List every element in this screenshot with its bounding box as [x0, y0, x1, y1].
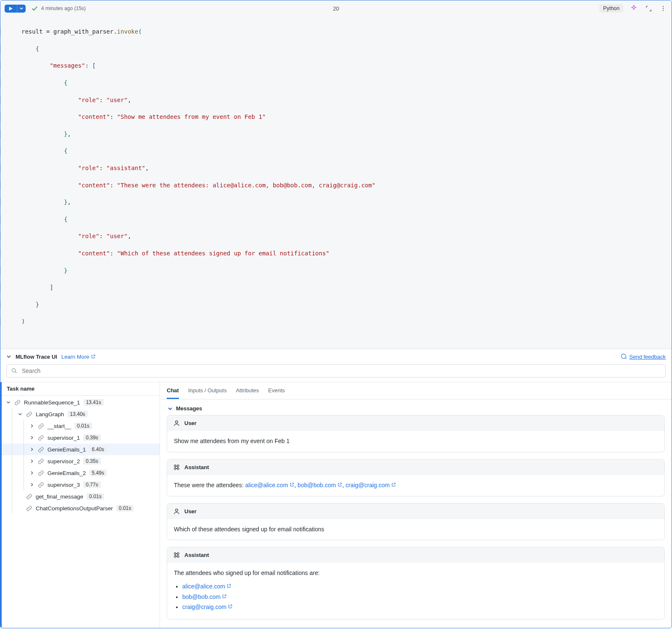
tree-row[interactable]: LangGraph 13.40s	[2, 408, 160, 420]
chain-icon	[14, 399, 21, 406]
message-role-header: Assistant	[167, 547, 664, 563]
message-card: User Which of these attendees signed up …	[167, 503, 665, 541]
chevron-down-icon[interactable]	[6, 354, 11, 359]
assistant-icon[interactable]	[629, 4, 638, 13]
expand-icon[interactable]	[6, 400, 11, 404]
messages-list: User Show me attendees from my event on …	[160, 415, 672, 628]
learn-more-link[interactable]: Learn More	[61, 354, 96, 360]
duration-pill: 0.35s	[83, 458, 100, 465]
duration-pill: 0.01s	[116, 505, 134, 512]
messages-header[interactable]: Messages	[160, 399, 672, 415]
message-card: Assistant The attendees who signed up fo…	[167, 547, 665, 620]
code-editor[interactable]: result = graph_with_parser.invoke( { "me…	[0, 16, 672, 349]
tree-node-name: __start__	[47, 423, 71, 429]
expand-icon[interactable]	[29, 436, 34, 440]
duration-pill: 6.40s	[89, 446, 107, 453]
duration-pill: 5.49s	[89, 470, 107, 476]
chain-icon	[38, 458, 44, 465]
run-button-group	[5, 5, 26, 13]
email-link[interactable]: bob@bob.com	[182, 593, 227, 600]
expand-icon[interactable]	[29, 471, 34, 475]
task-tree: RunnableSequence_1 13.41s LangGraph 13.4…	[2, 396, 160, 515]
message-role-header: Assistant	[167, 459, 664, 475]
chain-icon	[38, 435, 44, 441]
email-link[interactable]: alice@alice.com	[182, 583, 231, 590]
run-button[interactable]	[5, 5, 17, 13]
tree-node-name: RunnableSequence_1	[24, 399, 80, 406]
tree-row[interactable]: supervisor_1 0.39s	[2, 432, 160, 444]
tree-row[interactable]: GenieEmails_1 6.40s	[2, 444, 160, 455]
tab-events[interactable]: Events	[268, 382, 285, 399]
assistant-icon	[173, 464, 180, 471]
tree-row[interactable]: __start__ 0.01s	[2, 420, 160, 432]
check-icon	[32, 5, 38, 12]
cell-toolbar: 4 minutes ago (15s) 20 Python	[0, 0, 672, 16]
email-link[interactable]: craig@craig.com	[346, 482, 396, 488]
tree-row[interactable]: supervisor_3 0.77s	[2, 479, 160, 491]
expand-icon[interactable]	[644, 4, 653, 13]
duration-pill: 0.77s	[83, 481, 100, 488]
cell-number: 20	[333, 5, 339, 12]
expand-icon[interactable]	[29, 483, 34, 487]
tree-row[interactable]: supervisor_2 0.35s	[2, 455, 160, 467]
search-input[interactable]	[21, 367, 661, 375]
svg-point-2	[663, 10, 664, 10]
send-feedback-link[interactable]: Send feedback	[620, 353, 666, 360]
duration-pill: 13.41s	[84, 399, 104, 406]
duration-pill: 0.01s	[74, 423, 92, 429]
email-link[interactable]: craig@craig.com	[182, 604, 233, 610]
chain-icon	[38, 446, 44, 453]
expand-icon[interactable]	[29, 447, 34, 452]
chevron-down-icon	[19, 6, 24, 10]
tab-inputs-outputs[interactable]: Inputs / Outputs	[188, 382, 227, 399]
svg-point-10	[174, 553, 176, 554]
search-box[interactable]	[6, 364, 666, 378]
tree-node-name: GenieEmails_1	[47, 446, 86, 453]
svg-point-0	[663, 6, 664, 7]
tree-row[interactable]: RunnableSequence_1 13.41s	[2, 396, 160, 408]
chain-icon	[38, 470, 44, 476]
run-dropdown-button[interactable]	[17, 5, 26, 13]
role-label: Assistant	[184, 552, 209, 558]
svg-point-3	[12, 369, 16, 372]
trace-title: MLflow Trace UI	[16, 354, 57, 360]
expand-icon[interactable]	[18, 412, 23, 416]
email-link[interactable]: alice@alice.com	[245, 482, 294, 488]
tab-attributes[interactable]: Attributes	[236, 382, 259, 399]
trace-panel: MLflow Trace UI Learn More Send feedback…	[0, 349, 672, 628]
chain-icon	[38, 482, 44, 488]
tree-row[interactable]: get_final_message 0.01s	[2, 491, 160, 502]
language-pill[interactable]: Python	[599, 4, 623, 13]
role-label: User	[184, 420, 197, 426]
comment-icon	[620, 353, 627, 360]
expand-icon[interactable]	[29, 424, 34, 428]
tree-row[interactable]: GenieEmails_2 5.49s	[2, 467, 160, 479]
message-card: User Show me attendees from my event on …	[167, 415, 665, 452]
email-link[interactable]: bob@bob.com	[298, 482, 342, 488]
message-role-header: User	[167, 504, 664, 519]
chain-icon	[26, 411, 32, 417]
chain-icon	[38, 423, 44, 429]
svg-point-1	[663, 8, 664, 9]
notebook-cell: 4 minutes ago (15s) 20 Python result = g…	[0, 0, 672, 628]
duration-pill: 0.39s	[83, 434, 100, 441]
run-time-ago: 4 minutes ago (15s)	[41, 5, 86, 11]
user-icon	[173, 420, 180, 427]
user-icon	[173, 508, 180, 515]
duration-pill: 0.01s	[87, 493, 104, 500]
cell-right-tools: Python	[599, 4, 667, 13]
tab-chat[interactable]: Chat	[167, 382, 179, 399]
tree-node-name: ChatCompletionsOutputParser	[36, 505, 113, 512]
message-role-header: User	[167, 415, 664, 431]
tree-node-name: LangGraph	[36, 411, 64, 417]
task-name-header: Task name	[2, 382, 160, 396]
tree-row[interactable]: ChatCompletionsOutputParser 0.01s	[2, 502, 160, 514]
expand-icon[interactable]	[29, 459, 34, 463]
kebab-menu-icon[interactable]	[659, 4, 667, 13]
role-label: Assistant	[184, 464, 209, 470]
assistant-icon	[173, 551, 180, 559]
svg-point-8	[177, 468, 179, 470]
svg-point-13	[177, 556, 179, 557]
svg-point-11	[177, 553, 179, 554]
message-card: Assistant These were the attendees: alic…	[167, 459, 665, 496]
